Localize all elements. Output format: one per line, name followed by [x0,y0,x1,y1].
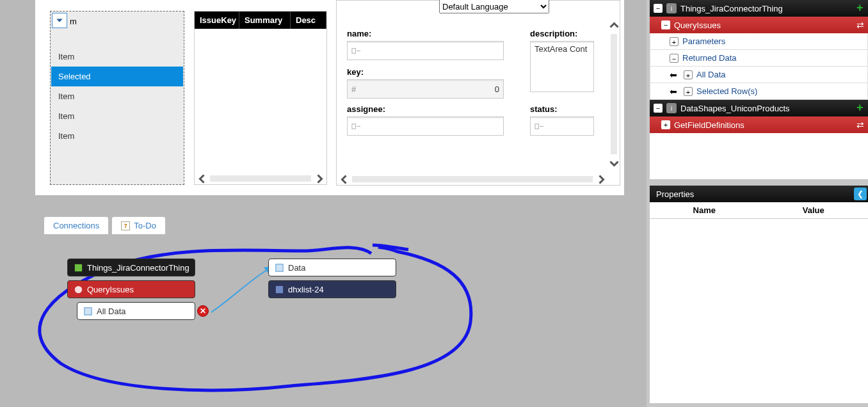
diagram-data-node[interactable]: Data [268,259,396,276]
add-icon[interactable]: + [856,103,867,113]
binding-arrow-icon[interactable]: ⇄ [856,120,867,130]
collapse-icon[interactable]: − [654,4,663,13]
key-input[interactable]: # 0 [347,79,504,99]
status-label: status: [530,104,600,114]
tree-thing-bar[interactable]: − i Things_JiraConnectorThing + [650,0,868,17]
list-item[interactable]: Item [51,126,183,146]
diagram-alldata-node[interactable]: All Data [77,302,195,320]
diagram-service-node[interactable]: QueryIssues [67,280,195,298]
back-arrow-icon: ⬅ [670,86,677,97]
grid-header-desc[interactable]: Desc [291,12,326,29]
assignee-label: assignee: [347,104,504,114]
add-icon[interactable]: + [856,3,867,13]
chevron-down-icon [56,17,63,24]
form-horizontal-scrollbar[interactable] [337,173,608,185]
list-partial-text: m [70,17,77,26]
svg-rect-4 [535,124,539,129]
scroll-up-icon[interactable] [608,17,620,33]
back-arrow-icon: ⬅ [670,70,677,80]
tree-getfield-bar[interactable]: + GetFieldDefinitions ⇄ [650,116,868,133]
list-item[interactable]: Item [51,106,183,126]
properties-header: Properties ❮ [650,186,868,202]
binding-arrow-icon[interactable]: ⇄ [856,20,867,30]
data-icon [274,262,284,273]
name-input[interactable] [347,41,504,60]
service-icon [73,284,83,294]
scroll-down-icon[interactable] [608,156,620,171]
tree-all-data-row[interactable]: ⬅ + All Data [650,67,868,83]
form-widget-panel: Default Language name: description: Text… [336,0,620,186]
expand-icon[interactable]: + [670,37,679,46]
diagram-widget-node[interactable]: dhxlist-24 [268,280,396,298]
widget-icon [274,284,284,294]
diagram-thing-node[interactable]: Things_JiraConnectorThing [67,259,195,276]
scroll-right-icon[interactable] [594,173,608,185]
info-icon[interactable]: i [666,3,677,13]
collapse-icon[interactable]: − [654,104,663,113]
thing-icon [73,262,83,273]
text-input-icon [351,46,361,56]
grid-widget-panel: IssueKey Summary Desc [194,11,327,185]
tree-selected-rows-row[interactable]: ⬅ + Selected Row(s) [650,83,868,100]
svg-rect-0 [352,48,356,53]
list-item[interactable]: Item [51,47,183,67]
tab-connections[interactable]: Connections [44,216,109,234]
properties-panel: Properties ❮ Name Value [650,186,868,403]
svg-point-7 [74,285,81,292]
collapse-icon[interactable]: − [670,54,679,63]
svg-rect-6 [74,264,81,271]
key-placeholder: # [351,84,356,94]
expand-icon[interactable]: + [684,70,693,79]
list-item-selected[interactable]: Selected [51,67,183,86]
name-label: name: [347,29,504,38]
language-select[interactable]: Default Language [439,0,549,13]
properties-col-value[interactable]: Value [759,202,869,218]
collapse-icon[interactable]: − [661,20,670,29]
text-input-icon [351,122,361,131]
share-icon[interactable]: ❮ [854,188,867,200]
calendar-icon: 7 [121,221,130,230]
svg-rect-8 [84,307,91,314]
text-input-icon [534,122,544,131]
form-vertical-scrollbar[interactable] [608,17,620,171]
list-item[interactable]: Item [51,86,183,106]
grid-header-issuekey[interactable]: IssueKey [195,12,239,29]
main-editor-area: m Item Selected Item Item Item IssueKey … [35,0,640,407]
tab-todo[interactable]: 7To-Do [111,216,166,234]
key-label: key: [347,67,504,77]
tree-service-bar[interactable]: − QueryIssues ⇄ [650,17,868,33]
data-tree-panel: − i Things_JiraConnectorThing + − QueryI… [650,0,868,179]
properties-col-name[interactable]: Name [650,202,759,218]
tree-returned-data-row[interactable]: − Returned Data [650,50,868,67]
list-widget-panel: m Item Selected Item Item Item [50,11,184,185]
list-dropdown-button[interactable] [52,13,67,28]
svg-rect-2 [352,124,356,129]
scroll-left-icon[interactable] [195,173,209,184]
expand-icon[interactable]: + [661,120,670,129]
status-input[interactable] [530,116,594,136]
language-select-wrapper: Default Language [439,0,549,13]
grid-horizontal-scrollbar[interactable] [195,173,326,184]
description-textarea[interactable]: TextArea Cont [530,41,594,92]
expand-icon[interactable]: + [684,87,693,96]
connections-diagram: Things_JiraConnectorThing QueryIssues Al… [35,235,640,407]
tree-datashape-bar[interactable]: − i DataShapes_UniconProducts + [650,100,868,116]
right-sidebar: − i Things_JiraConnectorThing + − QueryI… [647,0,868,407]
scroll-left-icon[interactable] [337,173,351,185]
grid-header-summary[interactable]: Summary [239,12,291,29]
assignee-input[interactable] [347,116,504,136]
info-icon[interactable]: i [666,103,677,113]
scroll-right-icon[interactable] [312,173,326,184]
svg-rect-10 [275,285,282,292]
svg-rect-9 [275,264,282,271]
error-badge-icon[interactable]: ✕ [197,305,209,317]
tree-parameters-row[interactable]: + Parameters [650,33,868,50]
data-icon [83,306,93,316]
canvas-card: m Item Selected Item Item Item IssueKey … [35,0,624,195]
key-value: 0 [495,84,499,94]
description-label: description: [530,29,600,38]
